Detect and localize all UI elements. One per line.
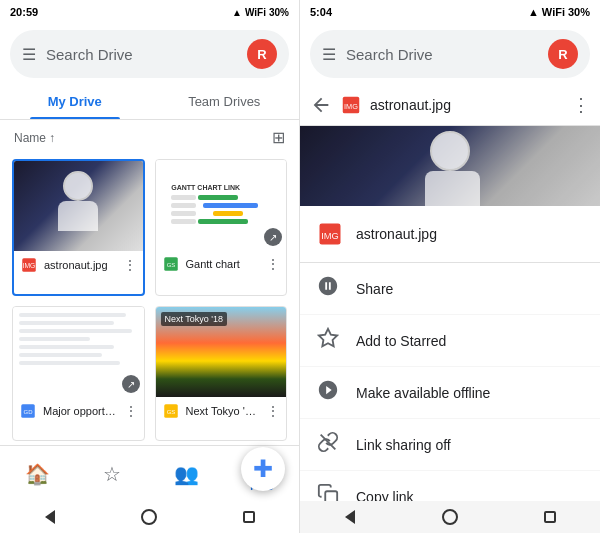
- recents-button-left[interactable]: [239, 507, 259, 527]
- hamburger-icon-left[interactable]: ☰: [22, 45, 36, 64]
- file-card-tokyo[interactable]: Next Tokyo '18 GS Next Tokyo '18 提案｜Co..…: [155, 306, 288, 441]
- more-icon-gantt[interactable]: ⋮: [266, 256, 280, 272]
- share-icon: [316, 275, 340, 302]
- right-panel: 5:04 ▲ WiFi 30% ☰ Search Drive R IMG ast…: [300, 0, 600, 533]
- nav-starred[interactable]: ☆: [75, 462, 150, 486]
- file-name-header-right: astronaut.jpg: [370, 97, 564, 113]
- recents-button-right[interactable]: [540, 507, 560, 527]
- system-nav-left: [0, 501, 299, 533]
- back-button-right[interactable]: [340, 507, 360, 527]
- menu-item-offline[interactable]: Make available offline: [300, 367, 600, 419]
- left-panel: 20:59 ▲ WiFi 30% ☰ Search Drive R My Dri…: [0, 0, 300, 533]
- link-sharing-label: Link sharing off: [356, 437, 451, 453]
- status-icons-right: ▲ WiFi 30%: [528, 6, 590, 18]
- sheets-file-icon: GS: [162, 255, 180, 273]
- time-right: 5:04: [310, 6, 332, 18]
- more-icon-major[interactable]: ⋮: [124, 403, 138, 419]
- file-name-major: Major opportunity ...: [43, 405, 118, 417]
- recents-square-icon: [243, 511, 255, 523]
- file-list-header: Name ↑ ⊞: [0, 120, 299, 155]
- search-bar-left[interactable]: ☰ Search Drive R: [10, 30, 289, 78]
- file-info-gantt: GS Gantt chart ⋮: [156, 250, 287, 278]
- home-button-right[interactable]: [440, 507, 460, 527]
- tab-my-drive[interactable]: My Drive: [0, 84, 150, 119]
- search-text-left[interactable]: Search Drive: [46, 46, 237, 63]
- svg-text:IMG: IMG: [344, 101, 358, 110]
- svg-line-13: [321, 435, 336, 450]
- nav-home[interactable]: 🏠: [0, 462, 75, 486]
- svg-text:IMG: IMG: [23, 262, 36, 269]
- svg-marker-12: [319, 329, 337, 346]
- nav-shared[interactable]: 👥: [150, 462, 225, 486]
- file-preview-right: [300, 126, 600, 206]
- fab-plus-icon: ✚: [253, 455, 273, 483]
- tab-team-drives[interactable]: Team Drives: [150, 84, 300, 119]
- copy-link-icon: [316, 483, 340, 501]
- home-circle-icon-right: [442, 509, 458, 525]
- system-nav-right: [300, 501, 600, 533]
- status-bar-left: 20:59 ▲ WiFi 30%: [0, 0, 299, 24]
- search-bar-right[interactable]: ☰ Search Drive R: [310, 30, 590, 78]
- back-triangle-icon: [45, 510, 55, 524]
- image-file-icon: IMG: [20, 256, 38, 274]
- thumb-tokyo: Next Tokyo '18: [156, 307, 287, 397]
- thumb-gantt: GANTT CHART LINK ↗: [156, 160, 287, 250]
- menu-item-copy-link[interactable]: Copy link: [300, 471, 600, 501]
- menu-item-link-sharing[interactable]: Link sharing off: [300, 419, 600, 471]
- time-left: 20:59: [10, 6, 38, 18]
- star-nav-icon: ☆: [103, 462, 121, 486]
- back-arrow-right[interactable]: [310, 94, 332, 116]
- star-icon: [316, 327, 340, 354]
- menu-item-starred[interactable]: Add to Starred: [300, 315, 600, 367]
- file-name-gantt: Gantt chart: [186, 258, 261, 270]
- svg-rect-14: [325, 491, 337, 501]
- search-text-right[interactable]: Search Drive: [346, 46, 538, 63]
- tokyo-label: Next Tokyo '18: [161, 312, 228, 326]
- starred-label: Add to Starred: [356, 333, 446, 349]
- status-bar-right: 5:04 ▲ WiFi 30%: [300, 0, 600, 24]
- back-triangle-icon-right: [345, 510, 355, 524]
- offline-label: Make available offline: [356, 385, 490, 401]
- file-info-tokyo: GS Next Tokyo '18 提案｜Co... ⋮: [156, 397, 287, 425]
- file-name-astronaut: astronaut.jpg: [44, 259, 117, 271]
- avatar-left[interactable]: R: [247, 39, 277, 69]
- grid-view-icon[interactable]: ⊞: [272, 128, 285, 147]
- sort-name[interactable]: Name ↑: [14, 131, 55, 145]
- bottom-nav-left: 🏠 ☆ 👥 📁 Files ✚: [0, 445, 299, 501]
- avatar-right[interactable]: R: [548, 39, 578, 69]
- thumb-astronaut: [14, 161, 143, 251]
- menu-item-share[interactable]: Share: [300, 263, 600, 315]
- more-icon-tokyo[interactable]: ⋮: [266, 403, 280, 419]
- fab-button[interactable]: ✚: [241, 447, 285, 491]
- menu-list-right: Share Add to Starred Make available offl…: [300, 263, 600, 501]
- file-info-astronaut: IMG astronaut.jpg ⋮: [14, 251, 143, 279]
- copy-link-label: Copy link: [356, 489, 414, 502]
- file-info-major: GD Major opportunity ... ⋮: [13, 397, 144, 425]
- slides-file-icon: GS: [162, 402, 180, 420]
- svg-text:GS: GS: [166, 262, 175, 268]
- more-icon-astronaut[interactable]: ⋮: [123, 257, 137, 273]
- hamburger-icon-right[interactable]: ☰: [322, 45, 336, 64]
- people-icon: 👥: [174, 462, 199, 486]
- file-card-gantt[interactable]: GANTT CHART LINK ↗ GS Gantt chart ⋮: [155, 159, 288, 296]
- shared-icon-gantt: ↗: [264, 228, 282, 246]
- link-icon: [316, 431, 340, 458]
- svg-text:GS: GS: [166, 409, 175, 415]
- file-type-icon-right: IMG: [340, 94, 362, 116]
- offline-icon: [316, 379, 340, 406]
- svg-text:GD: GD: [24, 409, 34, 415]
- thumb-major: ↗: [13, 307, 144, 397]
- file-card-astronaut[interactable]: IMG astronaut.jpg ⋮: [12, 159, 145, 296]
- shared-icon-major: ↗: [122, 375, 140, 393]
- home-circle-icon: [141, 509, 157, 525]
- files-grid: IMG astronaut.jpg ⋮ GANTT CHART LINK ↗: [0, 155, 299, 445]
- svg-text:IMG: IMG: [321, 231, 339, 241]
- home-button-left[interactable]: [139, 507, 159, 527]
- more-options-right[interactable]: ⋮: [572, 94, 590, 116]
- status-icons-left: ▲ WiFi 30%: [232, 7, 289, 18]
- back-button-left[interactable]: [40, 507, 60, 527]
- file-name-row-right: IMG astronaut.jpg: [300, 206, 600, 263]
- file-name-in-menu: astronaut.jpg: [356, 226, 437, 242]
- tabs-left: My Drive Team Drives: [0, 84, 299, 120]
- file-card-major[interactable]: ↗ GD Major opportunity ... ⋮: [12, 306, 145, 441]
